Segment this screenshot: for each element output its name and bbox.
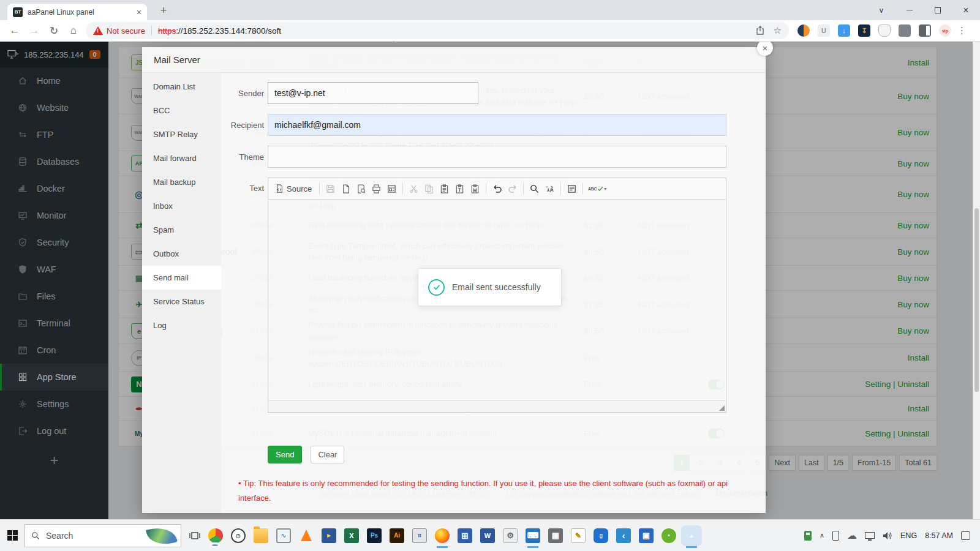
alarms-clock-icon[interactable]: ◷	[231, 528, 246, 543]
menu-item-domain-list[interactable]: Domain List	[142, 75, 221, 99]
task-view-icon[interactable]	[189, 530, 201, 542]
cut-icon[interactable]	[407, 182, 421, 196]
share-icon[interactable]	[755, 26, 765, 36]
source-button[interactable]: Source	[271, 182, 315, 195]
sidebar-toggle-icon[interactable]	[919, 24, 931, 37]
device-manager-icon[interactable]: ⌗	[412, 528, 427, 543]
send-button[interactable]: Send	[268, 446, 302, 463]
usb-icon[interactable]	[804, 531, 812, 541]
home-icon[interactable]: ⌂	[64, 22, 83, 39]
text-label: Text	[221, 184, 264, 193]
scrollbar-thumb[interactable]	[974, 208, 979, 392]
replace-icon[interactable]	[543, 182, 557, 196]
print-icon[interactable]	[369, 182, 383, 196]
chrome-icon[interactable]	[208, 528, 223, 543]
browser-tab[interactable]: BT aaPanel Linux panel ×	[7, 4, 147, 20]
photoshop-icon[interactable]: Ps	[367, 528, 382, 543]
modal-title: Mail Server	[142, 47, 766, 73]
window-minimize-button[interactable]	[895, 0, 924, 20]
clock-time[interactable]: 8:57 AM	[925, 531, 953, 540]
not-secure-label[interactable]: Not secure	[107, 26, 145, 36]
illustrator-icon[interactable]: Ai	[390, 528, 404, 543]
photo-viewer-icon[interactable]: ▲	[684, 528, 699, 543]
back-icon[interactable]: ←	[5, 22, 24, 39]
reload-icon[interactable]: ↻	[44, 22, 64, 39]
privacy-app-icon[interactable]: •	[662, 528, 676, 543]
select-all-icon[interactable]	[565, 182, 579, 196]
word-icon[interactable]: W	[480, 528, 495, 543]
success-toast: Email sent successfully	[418, 268, 562, 306]
forward-icon[interactable]: →	[24, 22, 44, 39]
templates-icon[interactable]	[385, 182, 399, 196]
ms-store-icon[interactable]: ▣	[639, 528, 654, 543]
spell-check-icon[interactable]: ABC▾	[587, 182, 608, 196]
calculator-icon[interactable]: ▦	[548, 528, 563, 543]
sophos-extension-icon[interactable]	[797, 24, 810, 37]
network-display-icon[interactable]	[865, 532, 875, 539]
find-icon[interactable]	[527, 182, 541, 196]
save-icon[interactable]	[323, 182, 337, 196]
menu-item-smtp-relay[interactable]: SMTP Relay	[142, 122, 221, 146]
theme-input[interactable]	[268, 146, 726, 168]
vscode-icon[interactable]: ‹	[616, 528, 631, 543]
excel-icon[interactable]: X	[344, 528, 359, 543]
address-bar[interactable]: Not secure https://185.252.235.144:7800/…	[86, 22, 789, 39]
onedrive-cloud-icon[interactable]: ☁	[847, 530, 857, 541]
profile-avatar[interactable]: vip	[939, 24, 951, 37]
menu-item-service-status[interactable]: Service Status	[142, 290, 221, 313]
paste-text-icon[interactable]	[453, 182, 467, 196]
resize-handle-icon[interactable]	[719, 405, 725, 411]
browser-toolbar: ← → ↻ ⌂ Not secure https://185.252.235.1…	[0, 20, 980, 42]
volume-icon[interactable]	[883, 531, 892, 540]
new-tab-button[interactable]: +	[156, 2, 172, 18]
chevron-up-icon[interactable]: ∧	[820, 531, 824, 539]
sender-input[interactable]	[268, 82, 478, 104]
menu-item-inbox[interactable]: Inbox	[142, 194, 221, 218]
extensions-puzzle-icon[interactable]	[899, 24, 911, 37]
preview-icon[interactable]	[354, 182, 368, 196]
start-button[interactable]	[0, 530, 24, 541]
undo-icon[interactable]	[490, 182, 504, 196]
windows-taskbar: Search ◷ ∿ ▸ X Ps Ai ⌗ ⊞ W ⚙ ⌨ ▦ ✎ ▯ ‹ ▣…	[0, 519, 980, 551]
copy-icon[interactable]	[422, 182, 436, 196]
file-explorer-icon[interactable]	[254, 528, 268, 543]
notepad-icon[interactable]: ✎	[571, 528, 586, 543]
recipient-input[interactable]	[268, 114, 726, 136]
redo-icon[interactable]	[505, 182, 519, 196]
your-phone-icon[interactable]: ▯	[594, 528, 608, 543]
menu-item-outbox[interactable]: Outbox	[142, 242, 221, 266]
menu-item-bcc[interactable]: BCC	[142, 99, 221, 122]
paste-word-icon[interactable]	[468, 182, 482, 196]
menu-item-spam[interactable]: Spam	[142, 218, 221, 242]
control-panel-icon[interactable]: ⚙	[503, 528, 518, 543]
clear-button[interactable]: Clear	[311, 446, 344, 463]
action-center-icon[interactable]	[961, 531, 970, 540]
media-player-icon[interactable]: ▸	[322, 528, 336, 543]
taskbar-search[interactable]: Search	[24, 524, 181, 547]
tab-close-icon[interactable]: ×	[137, 7, 141, 17]
menu-item-log[interactable]: Log	[142, 313, 221, 337]
menu-item-mail-forward[interactable]: Mail forward	[142, 146, 221, 170]
scrollbar[interactable]	[973, 42, 980, 519]
browser-menu-icon[interactable]: ⋮	[957, 25, 967, 36]
menu-item-mail-backup[interactable]: Mail backup	[142, 170, 221, 194]
menu-item-send-mail[interactable]: Send mail	[142, 266, 221, 290]
firefox-icon[interactable]	[435, 528, 450, 543]
window-maximize-button[interactable]	[924, 0, 952, 20]
url-text[interactable]: https://185.252.235.144:7800/soft	[158, 26, 281, 36]
resource-monitor-icon[interactable]: ∿	[276, 528, 291, 543]
download-extension-icon[interactable]: ↓	[838, 24, 850, 37]
bookmark-star-icon[interactable]: ☆	[774, 25, 782, 36]
vlc-icon[interactable]	[299, 528, 314, 543]
ublock-extension-icon[interactable]: U	[818, 24, 830, 37]
phone-link-icon[interactable]	[832, 531, 839, 541]
language-indicator[interactable]: ENG	[900, 531, 917, 540]
office-hub-icon[interactable]: ⊞	[458, 528, 472, 543]
window-close-button[interactable]: ×	[952, 0, 980, 20]
new-page-icon[interactable]	[339, 182, 353, 196]
on-screen-keyboard-icon[interactable]: ⌨	[526, 528, 540, 543]
paste-icon[interactable]	[437, 182, 451, 196]
shield-extension-icon[interactable]	[878, 24, 891, 37]
idm-extension-icon[interactable]: ↧	[858, 24, 870, 37]
window-dropdown-icon[interactable]: ∨	[867, 0, 895, 20]
